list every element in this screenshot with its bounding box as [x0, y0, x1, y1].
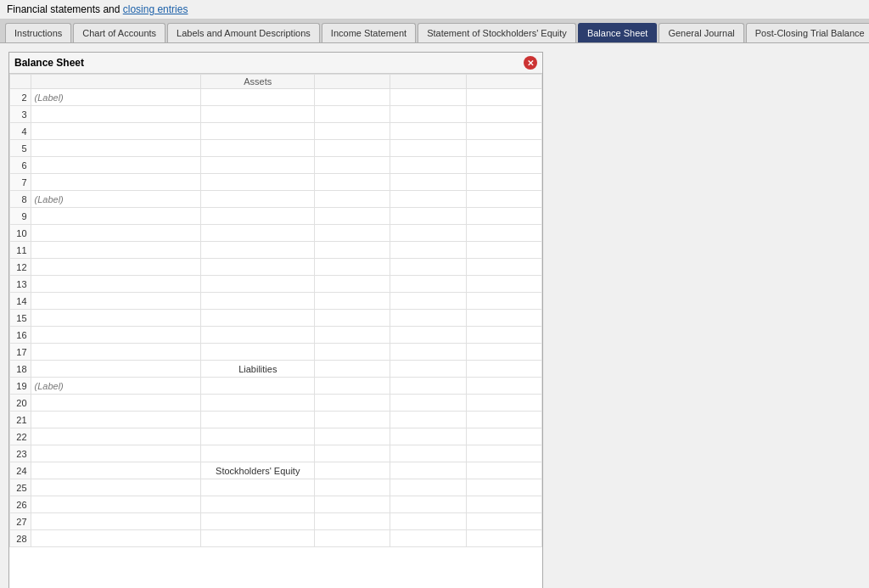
cell-col3[interactable]: [315, 174, 390, 191]
cell-col5[interactable]: [466, 140, 541, 157]
cell-col4[interactable]: [390, 259, 466, 276]
cell-col4[interactable]: [390, 242, 466, 259]
cell-col1[interactable]: [31, 445, 201, 462]
tab-post-closing-trial-balance[interactable]: Post-Closing Trial Balance: [746, 23, 869, 42]
cell-col3[interactable]: [315, 327, 390, 344]
tab-instructions[interactable]: Instructions: [5, 23, 71, 42]
cell-col3[interactable]: [315, 106, 390, 123]
cell-col1[interactable]: [31, 242, 201, 259]
cell-col3[interactable]: [315, 344, 390, 361]
cell-col1[interactable]: [31, 157, 201, 174]
cell-col1[interactable]: (Label): [31, 191, 201, 208]
cell-col1[interactable]: [31, 428, 201, 445]
cell-col5[interactable]: [466, 89, 541, 106]
cell-col2[interactable]: [201, 530, 315, 547]
cell-col4[interactable]: [390, 293, 466, 310]
cell-col2[interactable]: [201, 225, 315, 242]
cell-col1[interactable]: [31, 123, 201, 140]
cell-col1[interactable]: [31, 462, 201, 479]
cell-col3[interactable]: [315, 361, 390, 378]
tab-statement-of-stockholders-equity[interactable]: Statement of Stockholders' Equity: [418, 23, 576, 42]
cell-col1[interactable]: (Label): [31, 89, 201, 106]
cell-col4[interactable]: [390, 445, 466, 462]
cell-col2[interactable]: [201, 479, 315, 496]
cell-col2[interactable]: [201, 106, 315, 123]
cell-col5[interactable]: [466, 242, 541, 259]
close-button[interactable]: ✕: [524, 56, 537, 70]
cell-col3[interactable]: [315, 123, 390, 140]
cell-col1[interactable]: [31, 310, 201, 327]
cell-col1[interactable]: [31, 174, 201, 191]
cell-col5[interactable]: [466, 174, 541, 191]
cell-col4[interactable]: [390, 140, 466, 157]
cell-col2[interactable]: [201, 293, 315, 310]
cell-col4[interactable]: [390, 378, 466, 395]
cell-col2[interactable]: [201, 395, 315, 412]
cell-col1[interactable]: [31, 513, 201, 530]
cell-col5[interactable]: [466, 445, 541, 462]
cell-col4[interactable]: [390, 412, 466, 428]
cell-col1[interactable]: [31, 276, 201, 293]
cell-col2[interactable]: [201, 310, 315, 327]
cell-col1[interactable]: [31, 225, 201, 242]
cell-col4[interactable]: [390, 428, 466, 445]
cell-col3[interactable]: [315, 445, 390, 462]
cell-col4[interactable]: [390, 361, 466, 378]
cell-col2[interactable]: [201, 513, 315, 530]
cell-col4[interactable]: [390, 225, 466, 242]
cell-col2[interactable]: [201, 327, 315, 344]
cell-col4[interactable]: [390, 89, 466, 106]
cell-col3[interactable]: [315, 157, 390, 174]
cell-col5[interactable]: [466, 293, 541, 310]
cell-col4[interactable]: [390, 191, 466, 208]
cell-col5[interactable]: [466, 191, 541, 208]
cell-col1[interactable]: [31, 140, 201, 157]
cell-col4[interactable]: [390, 310, 466, 327]
cell-col2[interactable]: [201, 445, 315, 462]
cell-col2[interactable]: Liabilities: [201, 361, 315, 378]
sheet-container[interactable]: Assets 2(Label)345678(Label)910111213141…: [9, 74, 542, 588]
cell-col2[interactable]: [201, 174, 315, 191]
cell-col4[interactable]: [390, 496, 466, 513]
tab-general-journal[interactable]: General Journal: [659, 23, 743, 42]
cell-col2[interactable]: [201, 123, 315, 140]
cell-col5[interactable]: [466, 496, 541, 513]
cell-col3[interactable]: [315, 395, 390, 412]
cell-col5[interactable]: [466, 428, 541, 445]
tab-chart-of-accounts[interactable]: Chart of Accounts: [73, 23, 165, 42]
cell-col3[interactable]: [315, 259, 390, 276]
cell-col3[interactable]: [315, 462, 390, 479]
cell-col3[interactable]: [315, 140, 390, 157]
cell-col4[interactable]: [390, 106, 466, 123]
cell-col1[interactable]: [31, 106, 201, 123]
cell-col3[interactable]: [315, 310, 390, 327]
cell-col5[interactable]: [466, 378, 541, 395]
cell-col2[interactable]: [201, 89, 315, 106]
cell-col1[interactable]: [31, 530, 201, 547]
cell-col5[interactable]: [466, 395, 541, 412]
cell-col4[interactable]: [390, 479, 466, 496]
cell-col2[interactable]: Stockholders' Equity: [201, 462, 315, 479]
cell-col4[interactable]: [390, 276, 466, 293]
tab-balance-sheet[interactable]: Balance Sheet: [578, 23, 658, 42]
cell-col5[interactable]: [466, 344, 541, 361]
cell-col2[interactable]: [201, 276, 315, 293]
cell-col4[interactable]: [390, 123, 466, 140]
cell-col5[interactable]: [466, 123, 541, 140]
cell-col5[interactable]: [466, 412, 541, 428]
cell-col3[interactable]: [315, 225, 390, 242]
cell-col1[interactable]: [31, 412, 201, 428]
tab-labels-and-amount-descriptions[interactable]: Labels and Amount Descriptions: [167, 23, 320, 42]
cell-col2[interactable]: [201, 344, 315, 361]
cell-col3[interactable]: [315, 428, 390, 445]
cell-col3[interactable]: [315, 242, 390, 259]
cell-col4[interactable]: [390, 530, 466, 547]
cell-col4[interactable]: [390, 395, 466, 412]
cell-col4[interactable]: [390, 157, 466, 174]
cell-col5[interactable]: [466, 310, 541, 327]
cell-col5[interactable]: [466, 208, 541, 225]
cell-col5[interactable]: [466, 276, 541, 293]
cell-col1[interactable]: [31, 395, 201, 412]
cell-col3[interactable]: [315, 276, 390, 293]
cell-col1[interactable]: [31, 496, 201, 513]
